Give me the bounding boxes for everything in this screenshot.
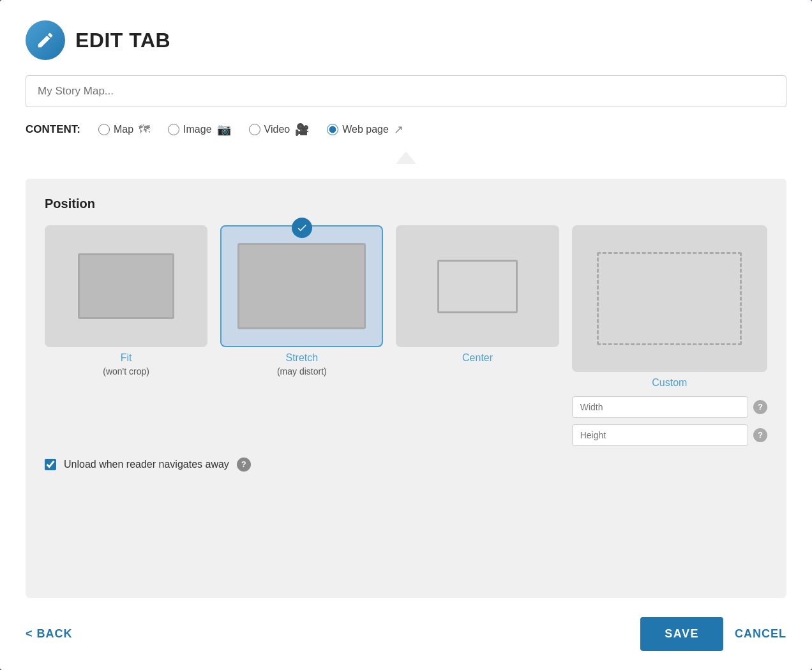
content-type-row: CONTENT: Map 🗺 Image 📷 Video 🎥 Web page …	[26, 123, 786, 137]
fit-card[interactable]	[45, 225, 207, 347]
position-panel: Position Fit (won't crop)	[26, 179, 786, 598]
video-icon: 🎥	[295, 123, 309, 137]
custom-name: Custom	[652, 377, 687, 389]
height-input[interactable]	[572, 424, 748, 446]
cancel-button[interactable]: CANCEL	[735, 627, 786, 641]
custom-fields: ? ?	[572, 396, 767, 446]
center-name: Center	[462, 352, 493, 364]
unload-help-icon[interactable]: ?	[237, 458, 251, 472]
position-options: Fit (won't crop) Stretch (may distort)	[45, 225, 767, 446]
position-item-fit[interactable]: Fit (won't crop)	[45, 225, 207, 376]
stretch-name: Stretch	[286, 352, 319, 364]
save-button[interactable]: SAVE	[640, 617, 723, 651]
modal-title: EDIT TAB	[75, 29, 170, 52]
image-label: Image	[183, 124, 211, 135]
height-field-row: ?	[572, 424, 767, 446]
map-icon: 🗺	[139, 123, 150, 137]
content-option-webpage[interactable]: Web page ↗	[327, 123, 403, 137]
edit-tab-modal: EDIT TAB CONTENT: Map 🗺 Image 📷 Video 🎥 …	[0, 0, 812, 670]
width-input[interactable]	[572, 396, 748, 418]
arrow-container	[26, 152, 786, 165]
position-item-stretch[interactable]: Stretch (may distort)	[220, 225, 383, 376]
video-radio[interactable]	[249, 124, 260, 135]
arrow-up	[396, 151, 416, 164]
unload-checkbox[interactable]	[45, 459, 56, 470]
fit-name: Fit	[121, 352, 132, 364]
content-option-image[interactable]: Image 📷	[168, 123, 230, 137]
fit-sub: (won't crop)	[103, 366, 149, 376]
url-input[interactable]	[26, 75, 786, 107]
center-card[interactable]	[396, 225, 559, 347]
pencil-icon	[36, 31, 55, 50]
fit-card-inner	[78, 253, 174, 319]
edit-icon-circle	[26, 20, 65, 60]
stretch-card[interactable]	[220, 225, 383, 347]
stretch-sub: (may distort)	[277, 366, 327, 376]
modal-header: EDIT TAB	[26, 20, 786, 60]
back-button[interactable]: < BACK	[26, 627, 73, 641]
width-help-icon[interactable]: ?	[753, 400, 767, 414]
webpage-radio[interactable]	[327, 124, 338, 135]
content-option-map[interactable]: Map 🗺	[98, 123, 150, 137]
height-help-icon[interactable]: ?	[753, 428, 767, 442]
footer-right: SAVE CANCEL	[640, 617, 786, 651]
webpage-icon: ↗	[394, 123, 403, 137]
custom-card[interactable]	[572, 225, 767, 372]
stretch-card-inner	[237, 243, 366, 329]
position-item-custom[interactable]: Custom ? ?	[572, 225, 767, 446]
position-title: Position	[45, 197, 767, 211]
image-icon: 📷	[217, 123, 231, 137]
selected-check-badge	[292, 218, 312, 238]
unload-row: Unload when reader navigates away ?	[45, 458, 767, 472]
width-field-row: ?	[572, 396, 767, 418]
unload-label: Unload when reader navigates away	[64, 459, 229, 470]
modal-footer: < BACK SAVE CANCEL	[26, 613, 786, 651]
video-label: Video	[264, 124, 290, 135]
content-label: CONTENT:	[26, 123, 80, 136]
custom-card-inner	[597, 252, 742, 346]
position-item-center[interactable]: Center	[396, 225, 559, 364]
checkmark-icon	[296, 222, 308, 234]
map-radio[interactable]	[98, 124, 110, 135]
content-option-video[interactable]: Video 🎥	[249, 123, 310, 137]
image-radio[interactable]	[168, 124, 179, 135]
map-label: Map	[114, 124, 133, 135]
webpage-label: Web page	[342, 124, 389, 135]
center-card-inner	[437, 260, 518, 313]
